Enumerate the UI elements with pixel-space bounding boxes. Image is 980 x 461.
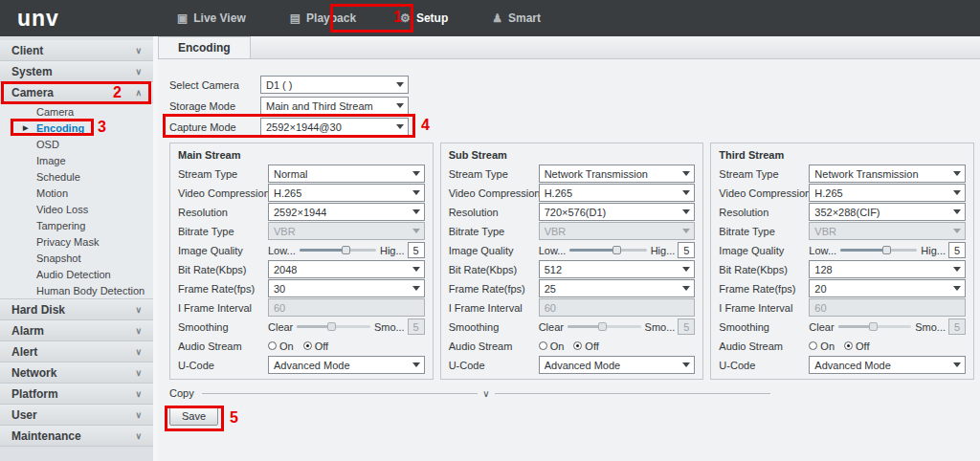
nav-smart[interactable]: ♟ Smart: [470, 0, 563, 36]
sub-bit-rate-select[interactable]: 512: [539, 260, 696, 278]
main-image-quality-slider[interactable]: [300, 244, 376, 256]
third-bit-rate-select[interactable]: 128: [809, 260, 966, 278]
sub-video-compression-select[interactable]: H.265: [539, 184, 696, 202]
main-video-compression-select[interactable]: H.265: [268, 184, 425, 202]
chevron-down-icon: [682, 209, 690, 214]
form-row: Image Quality Low... Hig... 5: [449, 241, 696, 259]
sub-audio-off-radio[interactable]: [573, 341, 582, 350]
sidebar-item-privacy-mask[interactable]: Privacy Mask: [0, 233, 153, 250]
i-frame-interval-label: I Frame Interval: [719, 302, 809, 314]
sidebar-item-camera[interactable]: Camera ∧: [0, 82, 153, 103]
chevron-down-icon: ∨: [135, 410, 142, 420]
form-row: Image Quality Low... Hig... 5: [178, 241, 425, 259]
slider-handle[interactable]: [342, 246, 350, 254]
main-u-code-select[interactable]: Advanced Mode: [268, 356, 425, 374]
sidebar-item-alert[interactable]: Alert ∨: [0, 341, 153, 362]
chevron-down-icon: [682, 267, 690, 272]
sidebar-item-camera-child[interactable]: Camera: [0, 103, 153, 120]
third-resolution-select[interactable]: 352×288(CIF): [809, 203, 966, 221]
chevron-down-icon: [953, 209, 961, 214]
sub-i-frame-interval-input: 60: [539, 298, 696, 317]
main-resolution-select[interactable]: 2592×1944: [268, 203, 425, 221]
sub-u-code-select[interactable]: Advanced Mode: [539, 356, 696, 374]
sub-frame-rate-select[interactable]: 25: [539, 279, 696, 297]
main-stream-panel: Main Stream Stream Type Normal Video Com…: [169, 143, 434, 380]
slider-handle[interactable]: [612, 246, 621, 254]
sidebar-item-motion[interactable]: Motion: [0, 185, 153, 201]
sidebar-item-tampering[interactable]: Tampering: [0, 217, 153, 233]
sidebar-item-hard-disk[interactable]: Hard Disk ∨: [0, 299, 153, 320]
main-frame-rate-select[interactable]: 30: [268, 279, 425, 297]
sidebar-item-audio-detection[interactable]: Audio Detection: [0, 266, 153, 282]
quality-high-label: Hig...: [921, 245, 946, 256]
nav-setup[interactable]: ⚙ Setup: [378, 0, 470, 36]
smoothing-smooth-label: Smo...: [645, 321, 676, 333]
sidebar-item-encoding[interactable]: ▶ Encoding: [0, 120, 153, 136]
capture-mode-select[interactable]: 2592×1944@30: [260, 118, 409, 136]
select-camera-select[interactable]: D1 ( ): [260, 76, 409, 94]
sidebar-label: Client: [11, 44, 43, 57]
select-value: H.265: [274, 187, 301, 199]
nav-playback[interactable]: ▤ Playback: [268, 0, 378, 36]
copy-expander: Copy ∨: [169, 387, 770, 399]
sidebar-item-client[interactable]: Client ∨: [0, 40, 153, 61]
bitrate-type-label: Bitrate Type: [449, 226, 539, 237]
sidebar-item-platform[interactable]: Platform ∨: [0, 384, 153, 405]
audio-stream-label: Audio Stream: [719, 340, 809, 352]
sidebar-item-human-body-detection[interactable]: Human Body Detection: [0, 282, 153, 298]
quality-high-label: Hig...: [380, 245, 405, 256]
storage-mode-select[interactable]: Main and Third Stream: [260, 97, 409, 115]
save-button[interactable]: Save: [169, 406, 218, 426]
sub-image-quality-value: 5: [678, 242, 695, 258]
main-audio-off-radio[interactable]: [303, 341, 312, 350]
sidebar-item-maintenance[interactable]: Maintenance ∨: [0, 426, 153, 447]
sub-bitrate-type-select: VBR: [539, 222, 696, 240]
i-frame-interval-label: I Frame Interval: [178, 302, 268, 314]
main-bit-rate-select[interactable]: 2048: [268, 260, 425, 278]
third-audio-on-radio[interactable]: [809, 341, 817, 350]
chevron-down-icon: [953, 190, 961, 195]
slider-fill: [569, 249, 614, 252]
quality-low-label: Low...: [268, 245, 296, 256]
chevron-down-icon: ∨: [135, 46, 142, 55]
sub-resolution-select[interactable]: 720×576(D1): [539, 203, 696, 221]
main-stream-type-select[interactable]: Normal: [268, 165, 425, 183]
third-frame-rate-select[interactable]: 20: [809, 279, 966, 297]
sidebar-item-schedule[interactable]: Schedule: [0, 168, 153, 185]
third-image-quality-slider[interactable]: [840, 244, 917, 256]
third-audio-off-radio[interactable]: [844, 341, 853, 350]
select-value: Advanced Mode: [545, 360, 621, 371]
sub-image-quality-slider[interactable]: [569, 244, 646, 256]
tab-encoding[interactable]: Encoding: [158, 36, 251, 58]
copy-expand-chevron-icon[interactable]: ∨: [478, 388, 494, 399]
main-audio-on-radio[interactable]: [268, 341, 277, 350]
u-code-label: U-Code: [449, 360, 539, 371]
sidebar-item-image[interactable]: Image: [0, 152, 153, 168]
sub-stream-type-select[interactable]: Network Transmission: [539, 165, 696, 183]
sidebar-label: Camera: [11, 86, 54, 99]
nav-live-view[interactable]: ▣ Live View: [155, 0, 268, 36]
slider-handle[interactable]: [882, 246, 891, 254]
sidebar-item-snapshot[interactable]: Snapshot: [0, 250, 153, 266]
image-quality-label: Image Quality: [449, 245, 539, 256]
submenu-label: Encoding: [36, 122, 84, 134]
smoothing-clear-label: Clear: [268, 321, 293, 333]
sidebar-item-network[interactable]: Network ∨: [0, 362, 153, 384]
sidebar-item-alarm[interactable]: Alarm ∨: [0, 320, 153, 341]
sidebar-item-user[interactable]: User ∨: [0, 405, 153, 426]
submenu-label: Audio Detection: [36, 269, 111, 280]
sidebar-item-system[interactable]: System ∨: [0, 61, 153, 82]
form-row: Video Compression H.265: [449, 184, 696, 202]
main-bitrate-type-select: VBR: [268, 222, 425, 240]
bitrate-type-label: Bitrate Type: [178, 226, 268, 237]
chevron-down-icon: [412, 229, 420, 233]
third-video-compression-select[interactable]: H.265: [809, 184, 966, 202]
sidebar-item-osd[interactable]: OSD: [0, 136, 153, 152]
select-value: Network Transmission: [814, 168, 918, 180]
sidebar-item-video-loss[interactable]: Video Loss: [0, 201, 153, 217]
third-stream-type-select[interactable]: Network Transmission: [809, 165, 966, 183]
sub-audio-on-radio[interactable]: [539, 341, 547, 350]
third-u-code-select[interactable]: Advanced Mode: [809, 356, 966, 374]
chevron-down-icon: [682, 286, 690, 291]
form-row: I Frame Interval 60: [719, 298, 966, 317]
